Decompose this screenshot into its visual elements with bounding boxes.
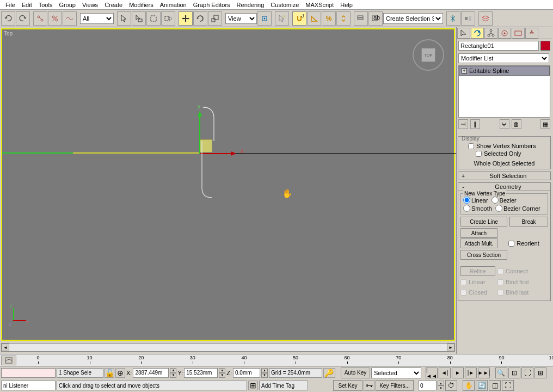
modifier-list-combo[interactable]: Modifier List — [458, 53, 549, 63]
zoom-extents-button[interactable]: ⛶ — [521, 367, 533, 378]
ref-coord-combo[interactable]: View — [225, 13, 257, 24]
tab-utilities[interactable] — [525, 28, 538, 39]
zoom-button[interactable]: 🔍 — [495, 367, 507, 378]
menu-maxscript[interactable]: MAXScript — [302, 1, 337, 9]
goto-start-button[interactable]: |◄◄ — [426, 367, 438, 378]
edit-named-sel-button[interactable]: abc — [368, 11, 383, 26]
setkey-button[interactable]: Set Key — [333, 380, 362, 391]
tab-display[interactable] — [512, 28, 525, 39]
menu-modifiers[interactable]: Modifiers — [126, 1, 157, 9]
spline-object[interactable] — [195, 107, 216, 199]
macro-recorder-field[interactable] — [1, 368, 56, 378]
break-button[interactable]: Break — [509, 217, 548, 226]
track-bar[interactable]: 0 10 20 30 40 50 60 70 80 90 100 — [0, 354, 553, 366]
layers-button[interactable] — [478, 11, 493, 26]
pin-stack-button[interactable]: ⊣ — [458, 119, 468, 129]
z-input[interactable] — [233, 368, 260, 378]
configure-sets-button[interactable]: ▦ — [540, 119, 550, 129]
abs-transform-button[interactable]: ⊕ — [115, 368, 125, 378]
next-frame-button[interactable]: |► — [465, 367, 477, 378]
menu-animation[interactable]: Animation — [157, 1, 190, 9]
menu-customize[interactable]: Customize — [267, 1, 302, 9]
named-sel-sets-button[interactable] — [354, 11, 368, 26]
modstack-item-editable-spline[interactable]: + Editable Spline — [459, 66, 550, 76]
menu-help[interactable]: Help — [337, 1, 356, 9]
trackbar-open-curve-editor[interactable] — [1, 356, 16, 365]
z-spinner[interactable]: ▲▼ — [261, 368, 268, 378]
vertex-bezier-radio[interactable] — [491, 197, 499, 204]
redo-button[interactable] — [16, 11, 30, 26]
select-manipulate-button[interactable] — [275, 11, 289, 26]
select-by-name-button[interactable] — [132, 11, 146, 26]
play-button[interactable]: ► — [452, 367, 464, 378]
menu-rendering[interactable]: Rendering — [234, 1, 268, 9]
rollout-geometry[interactable]: -Geometry — [458, 182, 551, 191]
menu-views[interactable]: Views — [79, 1, 101, 9]
x-input[interactable] — [133, 368, 169, 378]
menu-create[interactable]: Create — [101, 1, 126, 9]
attach-mult-button[interactable]: Attach Mult. — [460, 238, 497, 248]
reorient-checkbox[interactable] — [508, 241, 514, 247]
attach-button[interactable]: Attach — [460, 228, 497, 238]
mirror-button[interactable] — [446, 11, 460, 26]
key-filters-button[interactable]: Key Filters... — [376, 380, 414, 391]
modifier-stack[interactable]: + Editable Spline — [458, 65, 550, 118]
max-toggle-button[interactable]: ⛶ — [502, 380, 514, 391]
show-vertex-numbers-checkbox[interactable] — [468, 143, 474, 149]
zoom-all-button[interactable]: ⊡ — [508, 367, 520, 378]
use-pivot-center-button[interactable] — [257, 11, 272, 26]
viewcube[interactable]: TOP — [413, 39, 444, 71]
zoom-extents-all-button[interactable]: ⊞ — [534, 367, 546, 378]
hscroll-left[interactable]: ◄ — [2, 344, 9, 351]
vertex-bezcorner-radio[interactable] — [495, 205, 502, 212]
menu-group[interactable]: Group — [56, 1, 79, 9]
tab-motion[interactable] — [498, 28, 511, 39]
isolate-button[interactable]: 🔑 — [323, 368, 335, 378]
remove-modifier-button[interactable]: 🗑 — [512, 119, 521, 129]
menu-grapheditors[interactable]: Graph Editors — [190, 1, 234, 9]
x-spinner[interactable]: ▲▼ — [170, 368, 176, 378]
add-time-tag[interactable]: Add Time Tag — [259, 381, 308, 390]
link-button[interactable] — [33, 11, 47, 26]
menu-tools[interactable]: Tools — [35, 1, 56, 9]
keymode-combo[interactable]: Selected — [371, 367, 421, 378]
menu-edit[interactable]: Edit — [19, 1, 35, 9]
object-name-input[interactable] — [458, 41, 539, 51]
rollout-soft-selection[interactable]: +Soft Selection — [458, 171, 551, 180]
hscroll-right[interactable]: ► — [447, 344, 454, 351]
tab-create[interactable] — [457, 28, 470, 39]
viewport[interactable]: Top x y y x z ✋ — [1, 28, 455, 341]
angle-snap-button[interactable] — [307, 11, 321, 26]
show-end-result-button[interactable]: ∥ — [470, 119, 480, 129]
refine-button[interactable]: Refine — [460, 266, 495, 276]
selection-filter-combo[interactable]: All — [80, 13, 114, 24]
tab-hierarchy[interactable] — [484, 28, 497, 39]
select-and-scale-button[interactable] — [208, 11, 222, 26]
select-region-button[interactable] — [146, 11, 161, 26]
trackbar-ruler[interactable]: 0 10 20 30 40 50 60 70 80 90 100 — [38, 355, 553, 366]
spinner-snap-button[interactable] — [336, 11, 351, 26]
select-object-button[interactable] — [117, 11, 131, 26]
key-button[interactable]: 🗝 — [364, 380, 374, 391]
prev-frame-button[interactable]: ◄| — [439, 367, 451, 378]
make-unique-button[interactable]: ⩝ — [500, 119, 509, 129]
lock-selection-button[interactable]: 🔓 — [105, 368, 114, 378]
viewport-hscroll[interactable]: ◄ ► — [1, 343, 455, 352]
frame-spinner[interactable]: ▲▼ — [438, 381, 444, 390]
align-button[interactable] — [461, 11, 475, 26]
y-input[interactable] — [184, 368, 218, 378]
window-crossing-button[interactable] — [161, 11, 175, 26]
vertex-linear-radio[interactable] — [463, 197, 470, 204]
vertex-smooth-radio[interactable] — [463, 205, 470, 212]
current-frame-input[interactable] — [418, 381, 437, 390]
snap-toggle-button[interactable]: 3 — [292, 11, 306, 26]
undo-button[interactable] — [1, 11, 15, 26]
expand-icon[interactable]: + — [462, 68, 467, 74]
autokey-button[interactable]: Auto Key — [341, 367, 370, 378]
cross-section-button[interactable]: Cross Section — [460, 250, 507, 260]
arc-rotate-button[interactable]: 🔄 — [476, 380, 488, 391]
object-color-swatch[interactable] — [540, 41, 550, 51]
select-and-rotate-button[interactable] — [193, 11, 207, 26]
comm-center-button[interactable]: ⊞ — [248, 381, 258, 390]
percent-snap-button[interactable]: % — [322, 11, 336, 26]
